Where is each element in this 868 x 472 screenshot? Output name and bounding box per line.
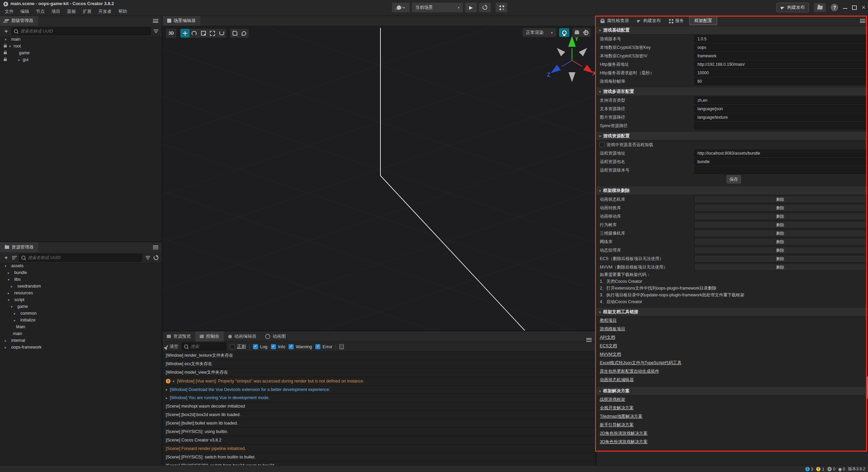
filter-icon[interactable] xyxy=(154,31,158,32)
tab-build-publish[interactable]: 构建发布 xyxy=(633,16,665,26)
tab-console[interactable]: 控制台 xyxy=(195,331,224,341)
preview-qr-button[interactable] xyxy=(495,2,508,13)
hierarchy-search[interactable] xyxy=(12,27,151,35)
expand-chevron-icon[interactable] xyxy=(11,284,15,288)
notification-count[interactable]: 0 xyxy=(839,467,845,472)
checkbox-icon[interactable] xyxy=(289,344,294,349)
build-publish-button[interactable]: 构建发布 xyxy=(776,3,809,12)
expand-chevron-icon[interactable] xyxy=(5,339,9,342)
expand-chevron-icon[interactable] xyxy=(8,298,12,302)
expand-chevron-icon[interactable]: ▸ xyxy=(173,379,175,383)
tab-framework-config[interactable]: 框架配置 xyxy=(689,16,717,25)
hierarchy-search-input[interactable] xyxy=(20,28,149,34)
hierarchy-node-row[interactable]: main xyxy=(0,36,162,43)
menu-panel[interactable]: 面板 xyxy=(64,8,79,15)
open-project-folder-button[interactable] xyxy=(814,3,826,12)
checkbox-icon[interactable] xyxy=(271,344,276,349)
collapse-chevron-icon[interactable]: ▾ xyxy=(599,90,601,94)
menu-file[interactable]: 文件 xyxy=(1,8,17,15)
expand-chevron-icon[interactable] xyxy=(14,318,18,322)
panel-menu-icon[interactable] xyxy=(586,338,592,342)
clear-console-button[interactable]: 清空 xyxy=(166,343,178,350)
panel-menu-icon[interactable] xyxy=(153,245,158,249)
platform-select[interactable]: ▾ xyxy=(392,2,410,13)
delete-module-button[interactable]: 删除 xyxy=(694,230,866,237)
render-mode-select[interactable]: 正常渲染 ▾ xyxy=(522,28,556,37)
create-node-button[interactable]: ＋ xyxy=(3,29,9,34)
minimize-button[interactable] xyxy=(843,8,847,9)
coordinate-button[interactable] xyxy=(239,29,249,38)
lock-icon[interactable] xyxy=(4,45,7,47)
expand-chevron-icon[interactable] xyxy=(18,58,23,62)
log-filter-checkbox[interactable]: Warning xyxy=(289,344,312,349)
hierarchy-node-row[interactable]: game xyxy=(0,50,162,56)
asset-row[interactable]: oops-framework xyxy=(0,344,162,351)
solution-link[interactable]: 全栈开发解决方案 xyxy=(600,405,634,411)
log-row[interactable]: ! ▸ [Scene] [bullet]:bullet wasm lib loa… xyxy=(162,419,595,428)
checkbox-icon[interactable] xyxy=(253,344,258,349)
menu-extension[interactable]: 扩展 xyxy=(79,8,95,15)
asset-row[interactable]: seedrandom xyxy=(0,283,162,290)
asset-row[interactable]: common xyxy=(0,310,162,317)
section-game-basic-config[interactable]: ▾ 游戏基础配置 xyxy=(596,26,868,35)
doc-link[interactable]: MVVM文档 xyxy=(600,352,621,357)
expand-chevron-icon[interactable] xyxy=(14,312,18,315)
field-input[interactable] xyxy=(694,97,866,104)
checkbox-icon[interactable] xyxy=(230,344,235,349)
scene-select[interactable]: 当前场景▾ xyxy=(412,2,463,13)
regex-checkbox[interactable]: 正则 xyxy=(230,343,246,350)
field-input[interactable] xyxy=(694,52,866,60)
help-button[interactable]: ? xyxy=(831,4,838,11)
hierarchy-tab[interactable]: 层级管理器 xyxy=(0,16,38,26)
delete-module-button[interactable]: 删除 xyxy=(694,247,866,254)
asset-row[interactable]: initialize xyxy=(0,317,162,323)
delete-module-button[interactable]: 删除 xyxy=(694,221,866,229)
log-row[interactable]: ! ▸ [Scene] [box2d]:box2d wasm lib loade… xyxy=(162,411,595,419)
close-button[interactable]: × xyxy=(862,4,865,11)
collapse-chevron-icon[interactable]: ▾ xyxy=(599,28,601,32)
expand-chevron-icon[interactable] xyxy=(11,305,15,309)
tab-services[interactable]: 服务 xyxy=(665,16,688,26)
expand-chevron-icon[interactable] xyxy=(8,271,12,275)
assets-search-input[interactable] xyxy=(27,255,140,260)
expand-chevron-icon[interactable] xyxy=(8,291,12,295)
log-row[interactable]: ! ▸ [Window] [Vue warn]: Property "onInp… xyxy=(162,377,595,386)
error-count[interactable]: × 0 xyxy=(827,467,835,472)
console-search-input[interactable] xyxy=(190,344,224,349)
asset-row[interactable]: script xyxy=(0,296,162,303)
menu-project[interactable]: 项目 xyxy=(48,8,64,15)
collapse-chevron-icon[interactable]: ▾ xyxy=(599,189,601,193)
assets-search[interactable] xyxy=(19,254,142,262)
rotate-tool-button[interactable] xyxy=(190,29,199,38)
tab-property-inspector[interactable]: 属性检查器 xyxy=(596,16,633,26)
scene-viewport[interactable]: Y X Z xyxy=(162,26,595,331)
solution-link[interactable]: Tiledmap地图解决方案 xyxy=(600,414,643,419)
rect-tool-button[interactable] xyxy=(208,29,217,38)
restart-button[interactable] xyxy=(479,2,491,13)
mode-3d-toggle[interactable]: 3D xyxy=(166,28,177,38)
tab-asset-preview[interactable]: 资源预览 xyxy=(162,331,195,341)
hierarchy-node-row[interactable]: root xyxy=(0,43,162,50)
menu-edit[interactable]: 编辑 xyxy=(17,8,33,15)
lighting-toggle-button[interactable] xyxy=(559,28,569,37)
log-row[interactable]: ! ▸ [Scene] [PHYSICS]: using builtin. xyxy=(162,428,595,436)
field-input[interactable] xyxy=(694,166,866,174)
doc-link[interactable]: 游戏模板项目 xyxy=(600,326,625,332)
menu-node[interactable]: 节点 xyxy=(33,8,48,15)
section-solutions[interactable]: ▾ 框架解决方案 xyxy=(596,387,868,395)
field-input[interactable] xyxy=(694,150,866,157)
asset-row[interactable]: game xyxy=(0,303,162,310)
collapse-chevron-icon[interactable]: ▾ xyxy=(599,310,601,314)
log-row[interactable]: ! ▸ [Window] model_view文件夹存在 xyxy=(162,369,595,377)
checkbox-icon[interactable] xyxy=(315,344,320,349)
lock-icon[interactable] xyxy=(4,52,7,54)
delete-module-button[interactable]: 删除 xyxy=(694,204,866,212)
log-row[interactable]: ! ▸ [Scene] [PHYSICS]: switch from built… xyxy=(162,453,595,461)
expand-chevron-icon[interactable]: ▸ xyxy=(166,388,167,391)
solution-link[interactable]: 战棋游戏框架 xyxy=(600,397,625,402)
section-multilanguage-config[interactable]: ▾ 游戏多语言配置 xyxy=(596,87,868,96)
field-input[interactable] xyxy=(694,78,866,85)
scale-tool-button[interactable] xyxy=(199,29,208,38)
log-row[interactable]: ! ▸ [Window] You are running Vue in deve… xyxy=(162,394,595,402)
solution-link[interactable]: 3D角色扮演游戏解决方案 xyxy=(600,439,648,445)
